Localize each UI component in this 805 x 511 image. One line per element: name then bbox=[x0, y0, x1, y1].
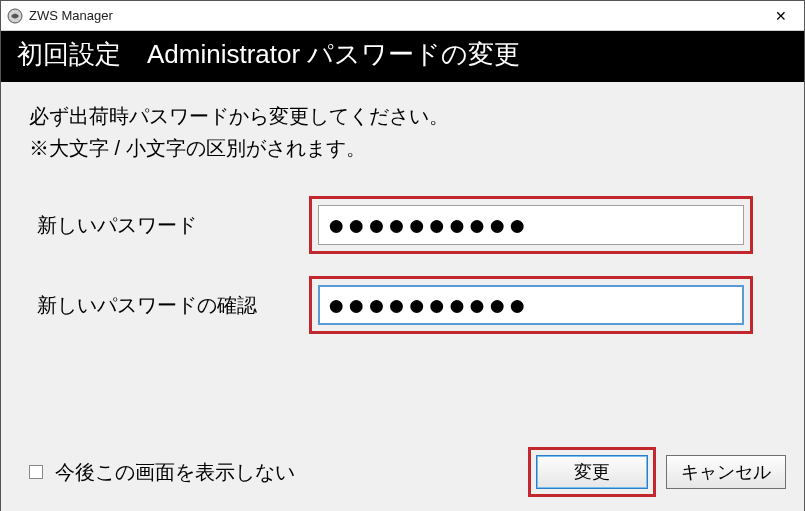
submit-button[interactable]: 変更 bbox=[536, 455, 648, 489]
highlight-submit: 変更 bbox=[528, 447, 656, 497]
row-confirm-password: 新しいパスワードの確認 bbox=[29, 276, 776, 334]
window-title: ZWS Manager bbox=[29, 8, 113, 23]
close-button[interactable]: ✕ bbox=[758, 1, 804, 31]
label-confirm-password: 新しいパスワードの確認 bbox=[29, 292, 309, 319]
footer-row: 今後この画面を表示しない 変更 キャンセル bbox=[1, 447, 804, 497]
cancel-button[interactable]: キャンセル bbox=[666, 455, 786, 489]
checkbox-label: 今後この画面を表示しない bbox=[55, 459, 295, 486]
checkbox-dont-show[interactable] bbox=[29, 465, 43, 479]
instruction-line-1: 必ず出荷時パスワードから変更してください。 bbox=[29, 100, 776, 132]
header-title: 初回設定 Administrator パスワードの変更 bbox=[17, 39, 520, 69]
titlebar: ZWS Manager ✕ bbox=[1, 1, 804, 31]
header-band: 初回設定 Administrator パスワードの変更 bbox=[1, 31, 804, 82]
input-new-password[interactable] bbox=[318, 205, 744, 245]
dialog-window: ZWS Manager ✕ 初回設定 Administrator パスワードの変… bbox=[0, 0, 805, 511]
content-area: 必ず出荷時パスワードから変更してください。 ※大文字 / 小文字の区別がされます… bbox=[1, 82, 804, 511]
label-new-password: 新しいパスワード bbox=[29, 212, 309, 239]
highlight-confirm-password bbox=[309, 276, 753, 334]
input-confirm-password[interactable] bbox=[318, 285, 744, 325]
row-new-password: 新しいパスワード bbox=[29, 196, 776, 254]
instruction-line-2: ※大文字 / 小文字の区別がされます。 bbox=[29, 132, 776, 164]
highlight-new-password bbox=[309, 196, 753, 254]
close-icon: ✕ bbox=[775, 8, 787, 24]
instructions: 必ず出荷時パスワードから変更してください。 ※大文字 / 小文字の区別がされます… bbox=[29, 100, 776, 164]
app-icon bbox=[7, 8, 23, 24]
